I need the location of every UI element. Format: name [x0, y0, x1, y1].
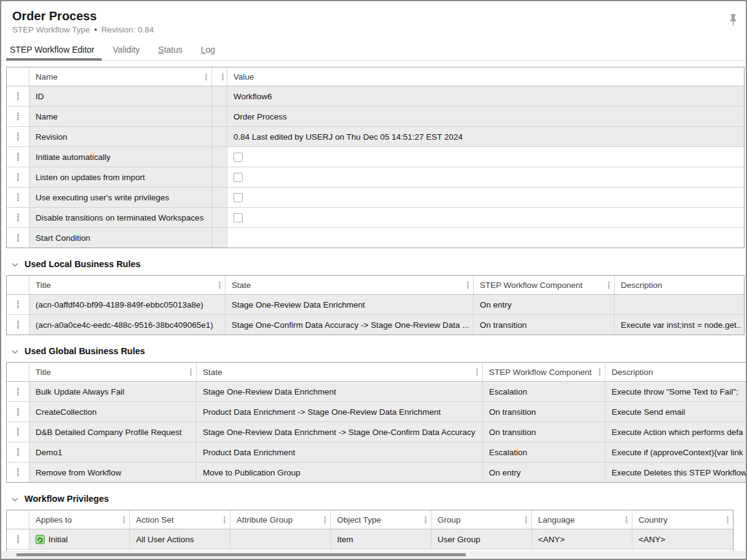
spacer-cell — [212, 167, 227, 187]
rule-title: Bulk Update Always Fail — [29, 382, 197, 401]
column-header-title[interactable]: Title — [29, 276, 226, 294]
drag-handle-icon[interactable] — [17, 233, 19, 242]
drag-handle-icon[interactable] — [17, 468, 19, 477]
column-menu-icon[interactable] — [608, 281, 610, 289]
drag-handle-icon[interactable] — [17, 213, 19, 222]
bullet-separator: • — [94, 25, 97, 34]
column-header-component[interactable]: STEP Workflow Component — [483, 363, 605, 381]
property-row: ID Workflow6 — [7, 86, 744, 107]
drag-handle-icon[interactable] — [17, 320, 19, 329]
column-header-action-set[interactable]: Action Set — [130, 510, 230, 529]
column-menu-icon[interactable] — [190, 368, 192, 376]
column-header-object-type[interactable]: Object Type — [331, 510, 431, 529]
property-row: Name Order Process — [7, 107, 744, 127]
spacer-cell — [212, 147, 227, 167]
global-rule-row: Remove from Workflow Move to Publication… — [7, 463, 747, 482]
column-header-description[interactable]: Description — [615, 276, 744, 294]
rule-state: Stage One-Review Data Enrichment -> Stag… — [197, 422, 483, 442]
drag-handle-icon[interactable] — [17, 112, 19, 121]
column-header-component[interactable]: STEP Workflow Component — [474, 276, 615, 294]
rule-title: (acn-a0a0ce4c-eedc-488c-9516-38bc409065e… — [29, 315, 226, 335]
drag-handle-icon[interactable] — [17, 300, 19, 309]
property-row: Revision 0.84 Last edited by USERJ on Th… — [7, 127, 744, 147]
rule-description — [615, 295, 744, 314]
column-header-country[interactable]: Country — [632, 510, 733, 529]
properties-table: Name Value ID Workflow6 Name Order Proce… — [6, 67, 745, 248]
column-header-state[interactable]: State — [197, 363, 483, 381]
chevron-down-icon[interactable] — [12, 493, 18, 504]
tab-validity[interactable]: Validity — [113, 39, 140, 60]
column-menu-icon[interactable] — [224, 516, 226, 523]
property-name: Start Condition — [29, 228, 212, 248]
property-value — [227, 208, 744, 227]
column-header-spacer[interactable] — [212, 67, 227, 86]
drag-handle-icon[interactable] — [17, 173, 19, 181]
checkbox[interactable] — [233, 213, 243, 222]
handle-column-header — [7, 363, 29, 381]
tab-status[interactable]: Status — [158, 39, 183, 60]
column-menu-icon[interactable] — [626, 516, 628, 523]
column-header-applies-to[interactable]: Applies to — [29, 510, 130, 529]
column-header-group[interactable]: Group — [431, 510, 532, 529]
column-menu-icon[interactable] — [467, 281, 469, 289]
drag-handle-icon[interactable] — [17, 448, 19, 456]
checkbox[interactable] — [233, 173, 243, 182]
drag-handle-icon[interactable] — [17, 132, 19, 141]
drag-handle-icon[interactable] — [17, 92, 19, 100]
column-header-state[interactable]: State — [226, 276, 474, 294]
column-menu-icon[interactable] — [222, 73, 224, 80]
rule-component: On transition — [483, 402, 605, 422]
chevron-down-icon[interactable] — [12, 259, 18, 270]
scrollbar-thumb[interactable] — [17, 553, 466, 556]
chevron-down-icon[interactable] — [12, 346, 18, 357]
checkbox[interactable] — [233, 193, 243, 202]
drag-handle-icon[interactable] — [17, 535, 19, 543]
pushpin-icon[interactable] — [729, 13, 737, 30]
spacer-cell — [212, 127, 227, 146]
column-menu-icon[interactable] — [425, 516, 427, 523]
global-rule-row: CreateCollection Product Data Enrichment… — [7, 402, 747, 422]
column-menu-icon[interactable] — [324, 516, 326, 523]
handle-column-header — [7, 276, 29, 294]
drag-handle-icon[interactable] — [17, 153, 19, 161]
privilege-object-type: Item — [331, 529, 431, 549]
column-header-title[interactable]: Title — [29, 363, 197, 381]
rule-component: On transition — [483, 422, 605, 442]
drag-handle-icon[interactable] — [17, 193, 19, 202]
column-header-name[interactable]: Name — [29, 67, 212, 86]
column-header-attribute-group[interactable]: Attribute Group — [230, 510, 331, 529]
property-row: Use executing user's write privileges — [7, 187, 744, 208]
page-header: Order Process STEP Workflow Type • Revis… — [1, 1, 746, 34]
column-menu-icon[interactable] — [123, 516, 125, 523]
column-menu-icon[interactable] — [727, 516, 729, 523]
column-menu-icon[interactable] — [205, 73, 207, 80]
tab-log[interactable]: Log — [201, 39, 215, 60]
column-header-language[interactable]: Language — [532, 510, 632, 529]
horizontal-scrollbar[interactable] — [1, 551, 746, 559]
rule-component: Escalation — [483, 442, 605, 462]
section-title: Used Global Business Rules — [25, 346, 145, 356]
drag-handle-icon[interactable] — [17, 407, 19, 416]
checkbox[interactable] — [233, 153, 243, 162]
rule-title: (acn-0affdf40-bf99-4189-849f-ebbc05013a8… — [29, 295, 226, 314]
drag-handle-icon[interactable] — [17, 387, 19, 396]
column-menu-icon[interactable] — [476, 368, 478, 376]
properties-table-header: Name Value — [7, 67, 744, 86]
column-menu-icon[interactable] — [525, 516, 527, 523]
rule-component: On entry — [474, 295, 615, 314]
spacer-cell — [212, 228, 227, 248]
property-row: Start Condition — [7, 228, 744, 248]
column-menu-icon[interactable] — [219, 281, 221, 289]
tab-step-workflow-editor[interactable]: STEP Workflow Editor — [10, 39, 94, 60]
column-header-value[interactable]: Value — [227, 67, 744, 86]
property-name: Disable transitions on terminated Worksp… — [29, 208, 212, 227]
column-menu-icon[interactable] — [599, 368, 601, 376]
rule-state: Stage One-Review Data Enrichment — [197, 382, 483, 401]
global-rule-row: Demo1 Product Data Enrichment Escalation… — [7, 442, 747, 463]
page-title: Order Process — [12, 9, 746, 23]
column-header-description[interactable]: Description — [605, 363, 747, 381]
section-local-rules: Used Local Business Rules — [12, 259, 746, 270]
drag-handle-icon[interactable] — [17, 428, 19, 436]
rule-description: Execute Action which performs defa — [605, 422, 747, 442]
property-value: Workflow6 — [227, 86, 744, 106]
